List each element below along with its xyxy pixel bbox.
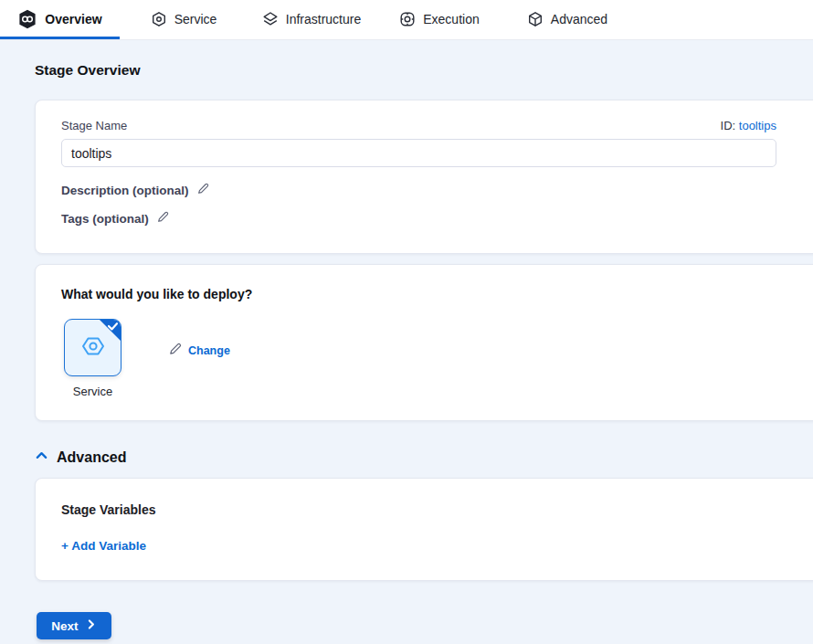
tags-label: Tags (optional) (61, 212, 149, 226)
tab-infrastructure[interactable]: Infrastructure (248, 0, 375, 39)
stage-variables-title: Stage Variables (61, 502, 813, 517)
page-title: Stage Overview (35, 62, 813, 79)
tab-infrastructure-label: Infrastructure (286, 12, 361, 26)
deploy-type-label: Service (64, 385, 121, 398)
chevron-up-icon (35, 449, 48, 466)
description-toggle[interactable]: Description (optional) (61, 183, 813, 197)
service-type-tile[interactable] (64, 319, 121, 376)
stage-id: ID: tooltips (721, 119, 776, 132)
deploy-type-card: What would you like to deploy? (35, 264, 813, 421)
tab-advanced[interactable]: Advanced (503, 0, 631, 39)
edit-pencil-icon (197, 183, 209, 197)
change-label: Change (188, 344, 230, 357)
infrastructure-icon (262, 11, 279, 27)
pipeline-stage-icon (17, 9, 37, 29)
deploy-question: What would you like to deploy? (61, 287, 813, 301)
stage-overview-card: Stage Name ID: tooltips Description (opt… (35, 100, 813, 254)
tab-execution-label: Execution (423, 12, 479, 26)
description-label: Description (optional) (61, 184, 189, 197)
stage-name-input[interactable] (61, 139, 776, 167)
next-button-label: Next (51, 619, 78, 633)
stage-overview-panel: Stage Overview Stage Name ID: tooltips D… (0, 40, 813, 639)
tab-overview-label: Overview (45, 12, 101, 26)
tab-service-label: Service (174, 12, 217, 26)
service-icon (151, 11, 167, 27)
advanced-section-toggle[interactable]: Advanced (35, 449, 813, 466)
add-variable-button[interactable]: + Add Variable (61, 539, 146, 553)
tab-advanced-label: Advanced (551, 12, 607, 26)
stage-name-label: Stage Name (61, 119, 127, 132)
selected-checkmark-icon (99, 319, 121, 342)
execution-icon (399, 11, 416, 27)
change-deploy-type-button[interactable]: Change (169, 343, 230, 358)
stage-id-value-link[interactable]: tooltips (739, 119, 776, 132)
chevron-right-icon (85, 618, 97, 633)
next-button[interactable]: Next (37, 612, 111, 639)
edit-pencil-icon (157, 211, 169, 226)
tags-toggle[interactable]: Tags (optional) (61, 211, 813, 226)
edit-pencil-icon (169, 343, 182, 358)
advanced-section-title: Advanced (57, 449, 126, 466)
advanced-icon (527, 11, 544, 27)
stage-variables-card: Stage Variables + Add Variable (35, 478, 813, 581)
stage-id-label: ID: (721, 119, 736, 132)
stage-tabbar: Overview Service Infrastructure (0, 0, 813, 40)
tab-overview[interactable]: Overview (0, 0, 120, 39)
tab-service[interactable]: Service (120, 0, 248, 39)
tab-execution[interactable]: Execution (375, 0, 503, 39)
